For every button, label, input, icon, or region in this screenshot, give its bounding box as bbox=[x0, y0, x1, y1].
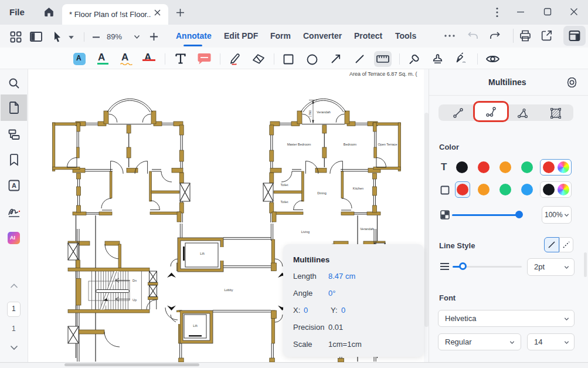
svg-text:Toilet: Toilet bbox=[281, 183, 288, 187]
svg-text:Lift: Lift bbox=[200, 252, 205, 255]
svg-text:Up: Up bbox=[132, 298, 137, 302]
svg-text:Verandah: Verandah bbox=[360, 227, 374, 231]
svg-text:Lift: Lift bbox=[193, 324, 198, 328]
svg-text:Master Bedroom: Master Bedroom bbox=[287, 143, 311, 146]
svg-text:Kitchen: Kitchen bbox=[353, 187, 363, 190]
svg-text:Dining: Dining bbox=[317, 191, 327, 195]
svg-text:1790: 1790 bbox=[308, 110, 312, 117]
svg-text:Verandah: Verandah bbox=[317, 110, 331, 114]
svg-text:Lobby: Lobby bbox=[225, 288, 233, 292]
svg-text:Living: Living bbox=[301, 230, 310, 234]
svg-text:A: A bbox=[12, 182, 16, 189]
svg-text:Dn: Dn bbox=[132, 279, 137, 282]
svg-text:Bedroom: Bedroom bbox=[344, 143, 357, 146]
svg-text:Toilet: Toilet bbox=[281, 200, 288, 204]
svg-text:Open Terrace: Open Terrace bbox=[378, 143, 397, 146]
